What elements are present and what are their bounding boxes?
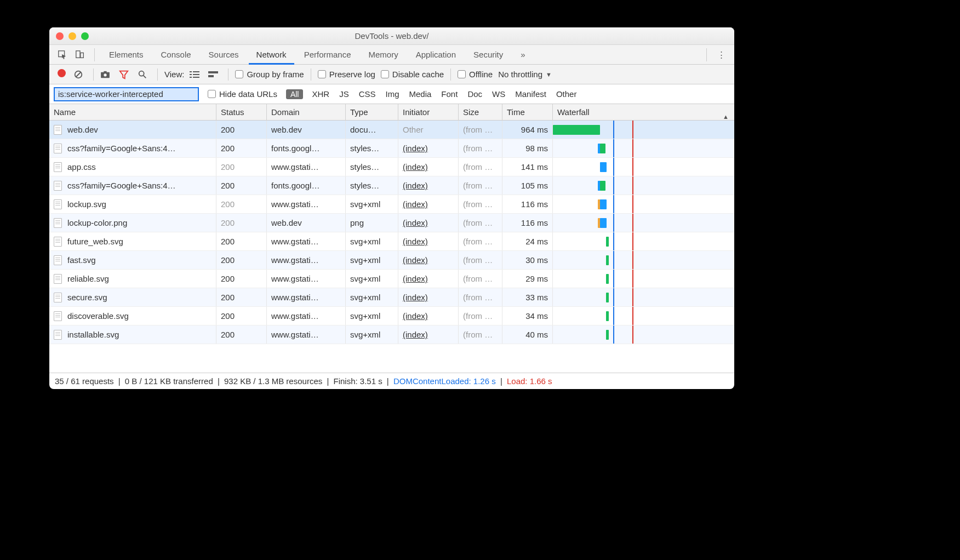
tab-application[interactable]: Application bbox=[408, 45, 464, 65]
col-size[interactable]: Size bbox=[459, 104, 502, 120]
cell-initiator: (index) bbox=[398, 158, 459, 176]
tab-performance[interactable]: Performance bbox=[296, 45, 359, 65]
cell-status: 200 bbox=[216, 307, 267, 325]
col-waterfall[interactable]: Waterfall▲ bbox=[553, 104, 734, 120]
offline-checkbox[interactable]: Offline bbox=[458, 70, 493, 79]
initiator-link[interactable]: (index) bbox=[403, 162, 428, 172]
screenshot-icon[interactable] bbox=[100, 71, 113, 78]
filter-icon[interactable] bbox=[119, 70, 132, 79]
search-icon[interactable] bbox=[138, 70, 151, 79]
filter-type-img[interactable]: Img bbox=[385, 89, 399, 99]
svg-line-9 bbox=[144, 75, 146, 78]
table-row[interactable]: css?family=Google+Sans:4…200fonts.googl…… bbox=[49, 176, 734, 195]
table-row[interactable]: web.dev200web.devdocu…Other(from …964 ms bbox=[49, 121, 734, 139]
initiator-link[interactable]: (index) bbox=[403, 274, 428, 283]
cell-size: (from … bbox=[459, 195, 502, 213]
cell-size: (from … bbox=[459, 325, 502, 344]
file-icon bbox=[54, 255, 62, 265]
file-icon bbox=[54, 199, 62, 209]
titlebar: DevTools - web.dev/ bbox=[49, 27, 734, 45]
cell-initiator: (index) bbox=[398, 195, 459, 213]
device-icon[interactable] bbox=[72, 50, 88, 60]
cell-type: docu… bbox=[346, 121, 398, 139]
tab-elements[interactable]: Elements bbox=[101, 45, 151, 65]
table-row[interactable]: lockup-color.png200web.devpng(index)(fro… bbox=[49, 214, 734, 232]
inspect-icon[interactable] bbox=[55, 50, 70, 60]
filter-type-css[interactable]: CSS bbox=[359, 89, 376, 99]
col-status[interactable]: Status bbox=[216, 104, 267, 120]
cell-name: app.css bbox=[49, 158, 216, 176]
kebab-icon[interactable]: ⋮ bbox=[713, 50, 729, 60]
window-title: DevTools - web.dev/ bbox=[49, 31, 734, 41]
tab-memory[interactable]: Memory bbox=[361, 45, 406, 65]
filter-type-manifest[interactable]: Manifest bbox=[515, 89, 546, 99]
table-row[interactable]: fast.svg200www.gstati…svg+xml(index)(fro… bbox=[49, 251, 734, 270]
initiator-link[interactable]: (index) bbox=[403, 181, 428, 190]
overview-icon[interactable] bbox=[208, 71, 221, 78]
cell-time: 105 ms bbox=[502, 176, 553, 195]
col-type[interactable]: Type bbox=[346, 104, 398, 120]
hide-data-urls-checkbox[interactable]: Hide data URLs bbox=[208, 89, 277, 99]
group-by-frame-checkbox[interactable]: Group by frame bbox=[235, 70, 304, 79]
initiator-link[interactable]: (index) bbox=[403, 237, 428, 246]
tab-security[interactable]: Security bbox=[466, 45, 511, 65]
col-time[interactable]: Time bbox=[502, 104, 553, 120]
filter-type-ws[interactable]: WS bbox=[492, 89, 505, 99]
cell-size: (from … bbox=[459, 139, 502, 157]
col-domain[interactable]: Domain bbox=[267, 104, 346, 120]
filter-type-doc[interactable]: Doc bbox=[467, 89, 482, 99]
cell-name: reliable.svg bbox=[49, 270, 216, 288]
preserve-log-checkbox[interactable]: Preserve log bbox=[318, 70, 375, 79]
cell-waterfall bbox=[553, 214, 734, 232]
devtools-window: DevTools - web.dev/ ElementsConsoleSourc… bbox=[49, 27, 734, 389]
preserve-log-label: Preserve log bbox=[329, 70, 375, 79]
initiator-link[interactable]: (index) bbox=[403, 199, 428, 209]
initiator-link[interactable]: (index) bbox=[403, 144, 428, 153]
sort-indicator-icon: ▲ bbox=[723, 108, 729, 120]
tab-console[interactable]: Console bbox=[153, 45, 199, 65]
record-icon[interactable] bbox=[55, 69, 68, 79]
cell-time: 30 ms bbox=[502, 251, 553, 269]
filter-type-media[interactable]: Media bbox=[409, 89, 432, 99]
table-row[interactable]: app.css200www.gstati…styles…(index)(from… bbox=[49, 158, 734, 176]
large-rows-icon[interactable] bbox=[190, 71, 203, 78]
filter-type-other[interactable]: Other bbox=[556, 89, 577, 99]
cell-status: 200 bbox=[216, 288, 267, 306]
table-row[interactable]: secure.svg200www.gstati…svg+xml(index)(f… bbox=[49, 288, 734, 307]
initiator-link[interactable]: (index) bbox=[403, 255, 428, 265]
initiator-link[interactable]: (index) bbox=[403, 218, 428, 227]
tab-network[interactable]: Network bbox=[249, 45, 294, 65]
table-row[interactable]: reliable.svg200www.gstati…svg+xml(index)… bbox=[49, 270, 734, 288]
cell-status: 200 bbox=[216, 214, 267, 232]
table-row[interactable]: installable.svg200www.gstati…svg+xml(ind… bbox=[49, 325, 734, 344]
cell-time: 116 ms bbox=[502, 195, 553, 213]
initiator-link[interactable]: (index) bbox=[403, 330, 428, 339]
separator bbox=[450, 68, 451, 81]
cell-initiator: (index) bbox=[398, 232, 459, 250]
tab-sources[interactable]: Sources bbox=[201, 45, 247, 65]
cell-type: svg+xml bbox=[346, 195, 398, 213]
col-initiator[interactable]: Initiator bbox=[398, 104, 459, 120]
filter-type-js[interactable]: JS bbox=[339, 89, 349, 99]
separator bbox=[228, 68, 228, 81]
disable-cache-checkbox[interactable]: Disable cache bbox=[381, 70, 444, 79]
filter-all-pill[interactable]: All bbox=[286, 89, 304, 99]
cell-initiator: (index) bbox=[398, 307, 459, 325]
table-row[interactable]: css?family=Google+Sans:4…200fonts.googl…… bbox=[49, 139, 734, 158]
filter-type-xhr[interactable]: XHR bbox=[312, 89, 329, 99]
table-row[interactable]: discoverable.svg200www.gstati…svg+xml(in… bbox=[49, 307, 734, 325]
throttling-select[interactable]: No throttling▼ bbox=[498, 70, 552, 79]
clear-icon[interactable] bbox=[73, 70, 87, 79]
filter-type-font[interactable]: Font bbox=[441, 89, 458, 99]
initiator-link[interactable]: (index) bbox=[403, 293, 428, 302]
filter-input[interactable] bbox=[54, 87, 199, 101]
table-row[interactable]: lockup.svg200www.gstati…svg+xml(index)(f… bbox=[49, 195, 734, 214]
status-resources: 932 KB / 1.3 MB resources bbox=[224, 376, 322, 386]
initiator-link[interactable]: (index) bbox=[403, 311, 428, 321]
more-tabs-icon[interactable]: » bbox=[513, 45, 533, 65]
table-row[interactable]: future_web.svg200www.gstati…svg+xml(inde… bbox=[49, 232, 734, 251]
cell-time: 40 ms bbox=[502, 325, 553, 344]
cell-initiator: (index) bbox=[398, 214, 459, 232]
col-name[interactable]: Name bbox=[49, 104, 216, 120]
chevron-down-icon: ▼ bbox=[546, 71, 552, 78]
